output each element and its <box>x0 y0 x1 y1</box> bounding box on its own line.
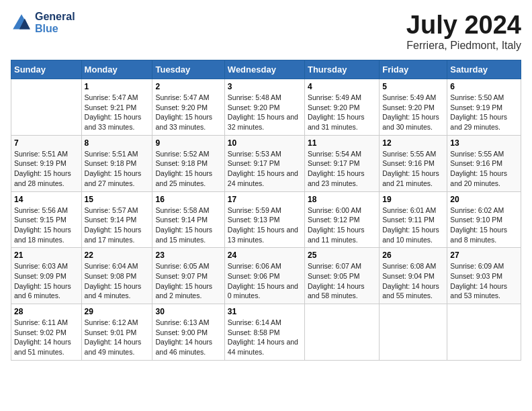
day-number: 15 <box>85 195 150 204</box>
day-number: 12 <box>382 138 444 148</box>
title-block: July 2024 Ferriera, Piedmont, Italy <box>406 11 521 52</box>
day-number: 14 <box>14 195 79 204</box>
day-cell-7: 7Sunrise: 5:51 AMSunset: 9:19 PMDaylight… <box>11 135 82 191</box>
day-info: Sunrise: 5:52 AMSunset: 9:18 PMDaylight:… <box>155 149 221 189</box>
day-info: Sunrise: 6:01 AMSunset: 9:11 PMDaylight:… <box>382 205 444 245</box>
day-number: 16 <box>155 195 221 204</box>
day-info: Sunrise: 5:49 AMSunset: 9:20 PMDaylight:… <box>308 93 376 132</box>
day-cell-12: 12Sunrise: 5:55 AMSunset: 9:16 PMDayligh… <box>380 135 447 191</box>
day-info: Sunrise: 5:48 AMSunset: 9:20 PMDaylight:… <box>228 93 302 132</box>
day-info: Sunrise: 6:04 AMSunset: 9:08 PMDaylight:… <box>85 261 150 301</box>
day-cell-1: 1Sunrise: 5:47 AMSunset: 9:21 PMDaylight… <box>81 79 152 136</box>
day-cell-17: 17Sunrise: 5:59 AMSunset: 9:13 PMDayligh… <box>224 191 304 248</box>
day-cell-14: 14Sunrise: 5:56 AMSunset: 9:15 PMDayligh… <box>11 191 82 248</box>
header-saturday: Saturday <box>447 60 521 79</box>
day-cell-6: 6Sunrise: 5:50 AMSunset: 9:19 PMDaylight… <box>447 79 521 136</box>
day-number: 23 <box>155 250 221 260</box>
day-number: 26 <box>382 250 444 260</box>
day-info: Sunrise: 5:51 AMSunset: 9:19 PMDaylight:… <box>14 149 79 189</box>
day-cell-9: 9Sunrise: 5:52 AMSunset: 9:18 PMDaylight… <box>152 135 224 191</box>
day-cell-18: 18Sunrise: 6:00 AMSunset: 9:12 PMDayligh… <box>304 191 379 248</box>
day-cell-5: 5Sunrise: 5:49 AMSunset: 9:20 PMDaylight… <box>380 79 447 136</box>
day-info: Sunrise: 5:59 AMSunset: 9:13 PMDaylight:… <box>228 205 302 245</box>
day-number: 3 <box>228 82 302 91</box>
day-number: 4 <box>308 82 376 91</box>
day-info: Sunrise: 6:13 AMSunset: 9:00 PMDaylight:… <box>155 318 221 357</box>
week-row-2: 7Sunrise: 5:51 AMSunset: 9:19 PMDaylight… <box>11 135 521 191</box>
day-cell-23: 23Sunrise: 6:05 AMSunset: 9:07 PMDayligh… <box>152 248 224 304</box>
day-info: Sunrise: 6:03 AMSunset: 9:09 PMDaylight:… <box>14 261 79 301</box>
day-cell-21: 21Sunrise: 6:03 AMSunset: 9:09 PMDayligh… <box>11 248 82 304</box>
empty-cell <box>447 304 521 361</box>
empty-cell <box>11 79 82 136</box>
header-friday: Friday <box>380 60 447 79</box>
week-row-5: 28Sunrise: 6:11 AMSunset: 9:02 PMDayligh… <box>11 304 521 361</box>
day-number: 9 <box>155 138 221 148</box>
day-cell-24: 24Sunrise: 6:06 AMSunset: 9:06 PMDayligh… <box>224 248 304 304</box>
day-info: Sunrise: 6:12 AMSunset: 9:01 PMDaylight:… <box>85 318 150 357</box>
empty-cell <box>304 304 379 361</box>
day-info: Sunrise: 6:14 AMSunset: 8:58 PMDaylight:… <box>228 318 302 357</box>
day-number: 19 <box>382 195 444 204</box>
week-row-1: 1Sunrise: 5:47 AMSunset: 9:21 PMDaylight… <box>11 79 521 136</box>
day-number: 7 <box>14 138 79 148</box>
day-info: Sunrise: 6:05 AMSunset: 9:07 PMDaylight:… <box>155 261 221 301</box>
header-wednesday: Wednesday <box>224 60 304 79</box>
day-info: Sunrise: 5:47 AMSunset: 9:21 PMDaylight:… <box>85 93 150 132</box>
day-info: Sunrise: 5:55 AMSunset: 9:16 PMDaylight:… <box>450 149 518 189</box>
logo: General Blue <box>11 11 75 35</box>
day-info: Sunrise: 6:07 AMSunset: 9:05 PMDaylight:… <box>308 261 376 301</box>
day-info: Sunrise: 5:57 AMSunset: 9:14 PMDaylight:… <box>85 205 150 245</box>
logo-text: General Blue <box>35 11 75 35</box>
header-tuesday: Tuesday <box>152 60 224 79</box>
empty-cell <box>380 304 447 361</box>
day-number: 25 <box>308 250 376 260</box>
day-number: 6 <box>450 82 518 91</box>
page-header: General Blue July 2024 Ferriera, Piedmon… <box>11 11 521 52</box>
day-cell-20: 20Sunrise: 6:02 AMSunset: 9:10 PMDayligh… <box>447 191 521 248</box>
day-number: 30 <box>155 307 221 316</box>
day-cell-26: 26Sunrise: 6:08 AMSunset: 9:04 PMDayligh… <box>380 248 447 304</box>
day-number: 13 <box>450 138 518 148</box>
day-cell-29: 29Sunrise: 6:12 AMSunset: 9:01 PMDayligh… <box>81 304 152 361</box>
day-number: 28 <box>14 307 79 316</box>
day-info: Sunrise: 5:50 AMSunset: 9:19 PMDaylight:… <box>450 93 518 132</box>
day-info: Sunrise: 5:54 AMSunset: 9:17 PMDaylight:… <box>308 149 376 189</box>
day-number: 2 <box>155 82 221 91</box>
day-number: 11 <box>308 138 376 148</box>
day-number: 8 <box>85 138 150 148</box>
day-info: Sunrise: 6:06 AMSunset: 9:06 PMDaylight:… <box>228 261 302 301</box>
day-info: Sunrise: 5:58 AMSunset: 9:14 PMDaylight:… <box>155 205 221 245</box>
day-info: Sunrise: 6:08 AMSunset: 9:04 PMDaylight:… <box>382 261 444 301</box>
week-row-4: 21Sunrise: 6:03 AMSunset: 9:09 PMDayligh… <box>11 248 521 304</box>
day-number: 31 <box>228 307 302 316</box>
day-cell-2: 2Sunrise: 5:47 AMSunset: 9:20 PMDaylight… <box>152 79 224 136</box>
day-info: Sunrise: 5:51 AMSunset: 9:18 PMDaylight:… <box>85 149 150 189</box>
day-info: Sunrise: 5:47 AMSunset: 9:20 PMDaylight:… <box>155 93 221 132</box>
week-row-3: 14Sunrise: 5:56 AMSunset: 9:15 PMDayligh… <box>11 191 521 248</box>
header-sunday: Sunday <box>11 60 82 79</box>
calendar-table: SundayMondayTuesdayWednesdayThursdayFrid… <box>11 60 521 361</box>
day-number: 10 <box>228 138 302 148</box>
header-thursday: Thursday <box>304 60 379 79</box>
day-number: 1 <box>85 82 150 91</box>
day-number: 21 <box>14 250 79 260</box>
day-cell-11: 11Sunrise: 5:54 AMSunset: 9:17 PMDayligh… <box>304 135 379 191</box>
day-cell-13: 13Sunrise: 5:55 AMSunset: 9:16 PMDayligh… <box>447 135 521 191</box>
day-number: 18 <box>308 195 376 204</box>
day-cell-25: 25Sunrise: 6:07 AMSunset: 9:05 PMDayligh… <box>304 248 379 304</box>
day-number: 5 <box>382 82 444 91</box>
day-cell-4: 4Sunrise: 5:49 AMSunset: 9:20 PMDaylight… <box>304 79 379 136</box>
day-number: 29 <box>85 307 150 316</box>
day-cell-16: 16Sunrise: 5:58 AMSunset: 9:14 PMDayligh… <box>152 191 224 248</box>
day-number: 17 <box>228 195 302 204</box>
day-info: Sunrise: 5:53 AMSunset: 9:17 PMDaylight:… <box>228 149 302 189</box>
day-cell-8: 8Sunrise: 5:51 AMSunset: 9:18 PMDaylight… <box>81 135 152 191</box>
header-monday: Monday <box>81 60 152 79</box>
day-info: Sunrise: 6:11 AMSunset: 9:02 PMDaylight:… <box>14 318 79 357</box>
day-number: 20 <box>450 195 518 204</box>
day-cell-31: 31Sunrise: 6:14 AMSunset: 8:58 PMDayligh… <box>224 304 304 361</box>
day-info: Sunrise: 5:55 AMSunset: 9:16 PMDaylight:… <box>382 149 444 189</box>
day-cell-19: 19Sunrise: 6:01 AMSunset: 9:11 PMDayligh… <box>380 191 447 248</box>
subtitle: Ferriera, Piedmont, Italy <box>406 40 521 52</box>
